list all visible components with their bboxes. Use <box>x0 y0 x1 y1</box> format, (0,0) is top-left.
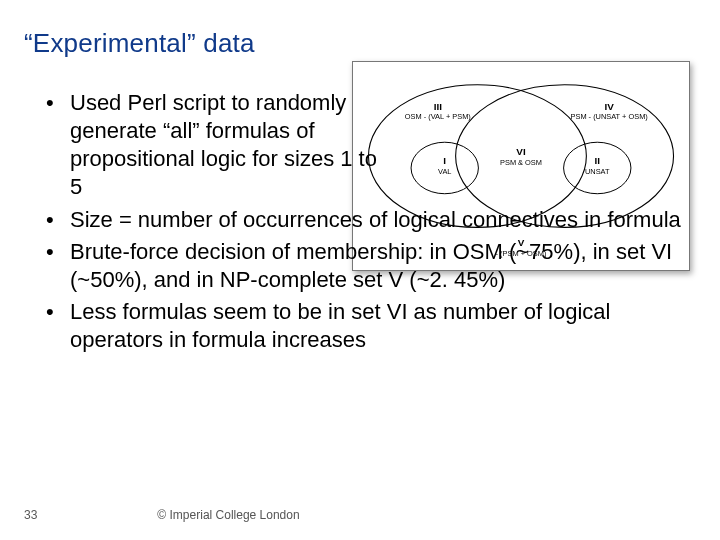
bullet-item: Used Perl script to randomly generate “a… <box>46 89 684 202</box>
content-area: III OSM - (VAL + PSM) IV PSM - (UNSAT + … <box>24 89 696 354</box>
bullet-item: Brute-force decision of membership: in O… <box>46 238 684 294</box>
page-number: 33 <box>24 508 37 522</box>
bullet-text: Size = number of occurrences of logical … <box>70 207 681 232</box>
bullet-text: Used Perl script to randomly generate “a… <box>70 89 390 202</box>
bullet-item: Less formulas seem to be in set VI as nu… <box>46 298 684 354</box>
copyright-text: © Imperial College London <box>157 508 299 522</box>
slide-title: “Experimental” data <box>24 28 696 59</box>
bullet-list: Used Perl script to randomly generate “a… <box>24 89 684 354</box>
bullet-item: Size = number of occurrences of logical … <box>46 206 684 234</box>
bullet-text: Less formulas seem to be in set VI as nu… <box>70 299 610 352</box>
footer: 33 © Imperial College London <box>24 508 696 522</box>
bullet-text: Brute-force decision of membership: in O… <box>70 239 672 292</box>
slide: “Experimental” data III OSM - (VAL + PSM… <box>0 0 720 540</box>
